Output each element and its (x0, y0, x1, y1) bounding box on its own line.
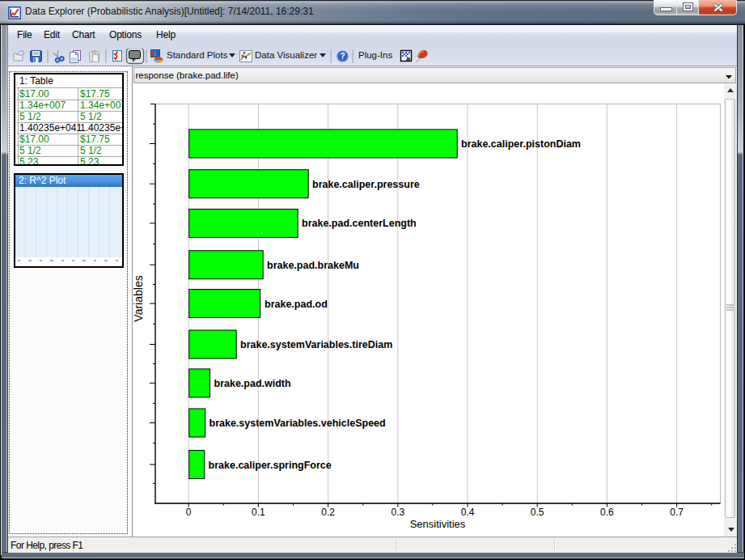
svg-text:brake.pad.brakeMu: brake.pad.brakeMu (267, 260, 359, 271)
svg-text:0.4: 0.4 (461, 507, 475, 518)
svg-text:0.3: 0.3 (391, 507, 404, 518)
svg-text:brake.pad.width: brake.pad.width (214, 378, 291, 389)
svg-text:brake.systemVariables.tireDiam: brake.systemVariables.tireDiam (240, 339, 392, 350)
svg-text:?: ? (341, 52, 345, 61)
svg-text:0.5: 0.5 (531, 507, 544, 518)
svg-text:0: 0 (186, 507, 192, 518)
svg-text:0.2: 0.2 (321, 507, 335, 518)
svg-text:brake.pad.od: brake.pad.od (265, 299, 328, 310)
svg-text:Sensitivities: Sensitivities (410, 518, 466, 530)
svg-text:Variables: Variables (133, 275, 145, 321)
svg-text:brake.caliper.springForce: brake.caliper.springForce (209, 460, 332, 471)
svg-text:brake.caliper.pressure: brake.caliper.pressure (312, 179, 420, 190)
svg-text:0.1: 0.1 (252, 507, 265, 518)
svg-text:brake.pad.centerLength: brake.pad.centerLength (302, 218, 417, 229)
svg-text:0.6: 0.6 (600, 507, 614, 518)
svg-text:brake.systemVariables.vehicleS: brake.systemVariables.vehicleSpeed (210, 418, 386, 429)
svg-text:0.7: 0.7 (670, 507, 684, 518)
svg-text:brake.caliper.pistonDiam: brake.caliper.pistonDiam (461, 138, 581, 150)
